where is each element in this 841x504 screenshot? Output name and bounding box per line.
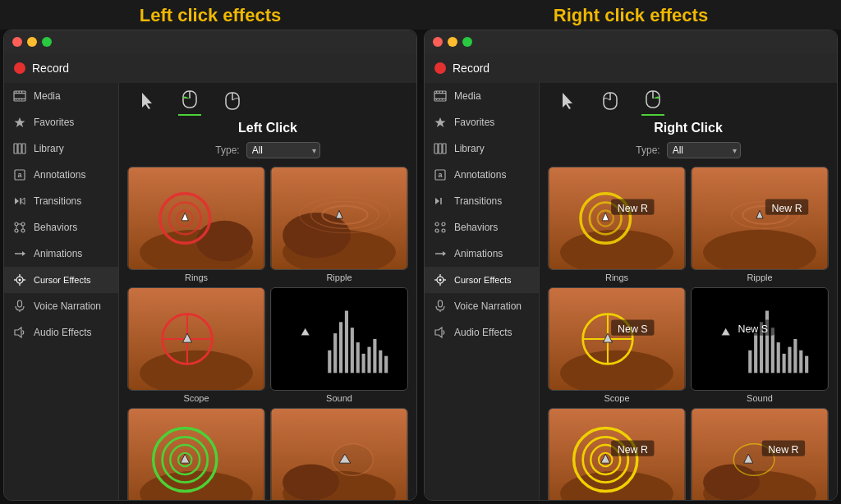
close-dot-right[interactable] (433, 37, 443, 47)
behaviors-label-right: Behaviors (454, 222, 498, 233)
svg-point-104 (442, 222, 445, 226)
tab-left-click-right[interactable] (599, 89, 622, 116)
right-effects-grid: New R Rings (540, 162, 837, 500)
right-type-select[interactable]: All (667, 142, 741, 158)
right-record-dot[interactable] (434, 62, 446, 74)
effect-thumb-scope-left (127, 287, 265, 391)
minimize-dot-right[interactable] (448, 37, 457, 47)
right-type-label: Type: (636, 144, 659, 156)
sidebar-item-animations-right[interactable]: Animations (425, 241, 539, 267)
minimize-dot-left[interactable] (27, 37, 37, 47)
right-titlebar (425, 30, 837, 53)
left-type-select[interactable]: All (246, 142, 320, 158)
left-type-select-wrapper[interactable]: All (246, 142, 320, 158)
svg-text:New S: New S (618, 323, 648, 335)
effect-target-left[interactable]: Target (127, 408, 265, 500)
sidebar-item-media-left[interactable]: Media (4, 83, 118, 109)
animations-label-left: Animations (34, 248, 82, 259)
effect-thumb-sound-right: New S (691, 287, 829, 391)
svg-point-50 (283, 213, 351, 258)
mic-icon-r (433, 299, 448, 314)
sidebar-item-transitions-right[interactable]: Transitions (425, 188, 539, 214)
tab-right-click-active[interactable] (641, 88, 664, 116)
svg-rect-155 (793, 339, 797, 373)
svg-rect-66 (351, 328, 354, 373)
svg-rect-96 (434, 144, 438, 153)
sidebar-item-voice-left[interactable]: Voice Narration (4, 293, 118, 319)
svg-marker-95 (435, 117, 446, 127)
transitions-icon (12, 194, 27, 208)
maximize-dot-right[interactable] (462, 37, 472, 47)
sidebar-item-cursor-left[interactable]: Cursor Effects (4, 267, 118, 293)
sidebar-item-media-right[interactable]: Media (425, 83, 539, 109)
left-type-label: Type: (215, 144, 239, 156)
cursor-icon (12, 273, 27, 287)
sidebar-item-annotations-right[interactable]: a Annotations (425, 162, 539, 188)
books-icon-r (433, 141, 448, 156)
svg-rect-90 (439, 91, 440, 93)
svg-rect-98 (443, 144, 446, 153)
maximize-dot-left[interactable] (42, 37, 52, 47)
effect-ripple-right[interactable]: New R Ripple (691, 167, 829, 282)
effect-sound-right[interactable]: New S Sound (691, 287, 829, 403)
effect-thumb-warp-left (270, 408, 408, 500)
effect-target-right[interactable]: New R Target (548, 408, 686, 500)
sidebar-item-cursor-right[interactable]: Cursor Effects (425, 267, 539, 293)
effect-scope-right[interactable]: New S Scope (548, 287, 686, 403)
behaviors-label-left: Behaviors (34, 222, 77, 233)
rings-label-right: Rings (605, 273, 628, 282)
tab-right-click[interactable] (221, 89, 244, 116)
right-type-select-wrapper[interactable]: All (667, 142, 741, 158)
left-titlebar (4, 30, 416, 53)
sound-label-right: Sound (747, 393, 773, 403)
sidebar-item-behaviors-left[interactable]: Behaviors (4, 214, 118, 241)
media-label-right: Media (454, 90, 481, 102)
sidebar-item-library-left[interactable]: Library (4, 135, 118, 162)
svg-point-18 (15, 222, 18, 226)
transitions-icon-r (433, 194, 448, 208)
ripple-label-right: Ripple (747, 273, 772, 282)
svg-rect-148 (754, 333, 757, 373)
effect-rings-left[interactable]: Rings (127, 167, 265, 282)
scope-label-left: Scope (183, 393, 209, 403)
left-record-dot[interactable] (14, 62, 25, 74)
star-icon (12, 115, 27, 130)
svg-rect-152 (777, 342, 780, 373)
svg-point-21 (21, 229, 25, 232)
tab-left-click[interactable] (178, 88, 201, 116)
svg-rect-92 (436, 99, 437, 100)
tab-cursor-right[interactable] (556, 89, 579, 116)
books-icon (12, 141, 27, 156)
svg-marker-26 (22, 251, 25, 256)
svg-text:New R: New R (618, 203, 648, 214)
right-click-label: Right Click (540, 116, 837, 139)
left-panel: Record Media Favorites (3, 30, 417, 501)
effect-ripple-left[interactable]: Ripple (270, 167, 408, 282)
sidebar-item-transitions-left[interactable]: Transitions (4, 188, 118, 214)
effect-warp-left[interactable]: Warp (270, 408, 408, 500)
tab-cursor-left[interactable] (136, 89, 159, 116)
audio-label-right: Audio Effects (454, 327, 512, 338)
left-tabs-row (119, 83, 416, 116)
sidebar-item-audio-left[interactable]: Audio Effects (4, 319, 118, 346)
svg-marker-9 (15, 117, 25, 127)
sidebar-item-annotations-left[interactable]: a Annotations (4, 162, 118, 188)
sidebar-item-animations-left[interactable]: Animations (4, 241, 118, 267)
effect-rings-right[interactable]: New R Rings (548, 167, 686, 282)
effect-scope-left[interactable]: Scope (127, 287, 265, 403)
svg-text:New S: New S (738, 323, 768, 335)
svg-text:New R: New R (771, 203, 802, 214)
effect-thumb-sound-left (270, 287, 408, 391)
svg-rect-157 (805, 356, 808, 373)
effect-warp-right[interactable]: New R Warp (691, 408, 829, 500)
svg-rect-94 (442, 99, 443, 100)
sidebar-item-audio-right[interactable]: Audio Effects (425, 319, 539, 346)
sidebar-item-favorites-right[interactable]: Favorites (425, 109, 539, 135)
effect-sound-left[interactable]: Sound (270, 287, 408, 403)
sidebar-item-library-right[interactable]: Library (425, 135, 539, 162)
sidebar-item-voice-right[interactable]: Voice Narration (425, 293, 539, 319)
svg-rect-71 (379, 351, 382, 373)
sidebar-item-behaviors-right[interactable]: Behaviors (425, 214, 539, 241)
sidebar-item-favorites-left[interactable]: Favorites (4, 109, 118, 135)
close-dot-left[interactable] (12, 37, 22, 47)
